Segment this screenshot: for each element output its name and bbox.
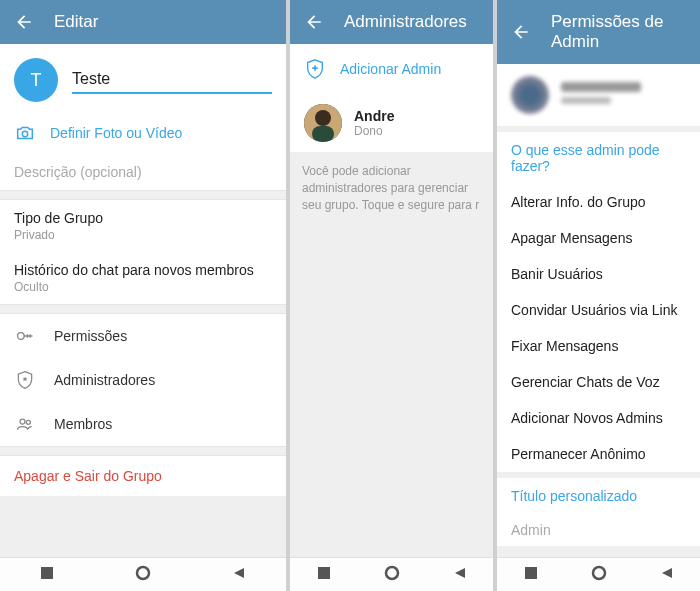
- svg-rect-4: [41, 567, 53, 579]
- people-icon: [14, 413, 36, 435]
- svg-rect-11: [525, 567, 537, 579]
- perm-voice-chats[interactable]: Gerenciar Chats de Voz: [497, 364, 700, 400]
- back-icon[interactable]: [304, 12, 324, 32]
- svg-point-10: [386, 567, 398, 579]
- header-title: Permissões de Admin: [551, 12, 686, 52]
- key-icon: [14, 325, 36, 347]
- chat-history-label: Histórico do chat para novos membros: [14, 262, 272, 278]
- back-icon[interactable]: [14, 12, 34, 32]
- add-admin-label: Adicionar Admin: [340, 61, 441, 77]
- empty-area: [290, 223, 493, 557]
- description-input[interactable]: Descrição (opcional): [0, 154, 286, 190]
- custom-title-input[interactable]: Admin: [497, 514, 700, 546]
- svg-rect-9: [318, 567, 330, 579]
- perm-ban-users[interactable]: Banir Usuários: [497, 256, 700, 292]
- selected-admin-row: [497, 64, 700, 126]
- recent-apps-icon[interactable]: [524, 566, 538, 584]
- android-navbar: [497, 557, 700, 591]
- back-nav-icon[interactable]: [453, 566, 467, 584]
- perm-invite-link[interactable]: Convidar Usuários via Link: [497, 292, 700, 328]
- back-icon[interactable]: [511, 22, 531, 42]
- admin-hint-text: Você pode adicionar administradores para…: [290, 153, 493, 223]
- perm-add-admins[interactable]: Adicionar Novos Admins: [497, 400, 700, 436]
- svg-point-3: [26, 420, 30, 424]
- android-navbar: [0, 557, 286, 591]
- blurred-avatar: [511, 76, 549, 114]
- administrators-row[interactable]: Administradores: [0, 358, 286, 402]
- perm-anonymous[interactable]: Permanecer Anônimo: [497, 436, 700, 472]
- header: Editar: [0, 0, 286, 44]
- home-icon[interactable]: [135, 565, 151, 585]
- members-label: Membros: [54, 416, 112, 432]
- divider: [0, 190, 286, 200]
- divider: [0, 304, 286, 314]
- shield-star-icon: [14, 369, 36, 391]
- divider: [0, 446, 286, 456]
- header: Permissões de Admin: [497, 0, 700, 64]
- header: Administradores: [290, 0, 493, 44]
- svg-point-2: [20, 419, 25, 424]
- permissions-row[interactable]: Permissões: [0, 314, 286, 358]
- back-nav-icon[interactable]: [660, 566, 674, 584]
- recent-apps-icon[interactable]: [40, 566, 54, 584]
- camera-icon: [14, 122, 36, 144]
- home-icon[interactable]: [591, 565, 607, 585]
- svg-rect-8: [312, 126, 334, 142]
- avatar-letter: T: [31, 70, 42, 91]
- blurred-name: [561, 82, 641, 92]
- perm-alter-info[interactable]: Alterar Info. do Grupo: [497, 184, 700, 220]
- add-admin-row[interactable]: Adicionar Admin: [290, 44, 493, 94]
- define-photo-label: Definir Foto ou Vídeo: [50, 125, 182, 141]
- add-admin-icon: [304, 58, 326, 80]
- header-title: Editar: [54, 12, 98, 32]
- chat-history-row[interactable]: Histórico do chat para novos membros Ocu…: [0, 252, 286, 304]
- delete-leave-row[interactable]: Apagar e Sair do Grupo: [0, 456, 286, 496]
- members-row[interactable]: Membros: [0, 402, 286, 446]
- blurred-status: [561, 97, 611, 104]
- svg-point-7: [315, 110, 331, 126]
- group-type-label: Tipo de Grupo: [14, 210, 272, 226]
- perm-pin-messages[interactable]: Fixar Mensagens: [497, 328, 700, 364]
- recent-apps-icon[interactable]: [317, 566, 331, 584]
- user-role: Dono: [354, 124, 394, 138]
- user-name: Andre: [354, 108, 394, 124]
- admin-user-row[interactable]: Andre Dono: [290, 94, 493, 153]
- group-identity-row: T: [0, 44, 286, 112]
- custom-title-label: Título personalizado: [497, 478, 700, 514]
- group-name-input[interactable]: [72, 66, 272, 94]
- group-type-row[interactable]: Tipo de Grupo Privado: [0, 200, 286, 252]
- user-avatar: [304, 104, 342, 142]
- empty-area: [0, 496, 286, 557]
- home-icon[interactable]: [384, 565, 400, 585]
- svg-point-0: [22, 131, 28, 137]
- svg-point-12: [593, 567, 605, 579]
- define-photo-row[interactable]: Definir Foto ou Vídeo: [0, 112, 286, 154]
- perm-delete-messages[interactable]: Apagar Mensagens: [497, 220, 700, 256]
- permissions-label: Permissões: [54, 328, 127, 344]
- back-nav-icon[interactable]: [232, 566, 246, 584]
- chat-history-value: Oculto: [14, 280, 272, 294]
- custom-title-hint: Um título personalizado que será mostrad…: [497, 546, 700, 557]
- svg-point-1: [18, 333, 25, 340]
- svg-point-5: [137, 567, 149, 579]
- android-navbar: [290, 557, 493, 591]
- group-type-value: Privado: [14, 228, 272, 242]
- header-title: Administradores: [344, 12, 467, 32]
- permissions-section-title: O que esse admin pode fazer?: [497, 132, 700, 184]
- administrators-label: Administradores: [54, 372, 155, 388]
- group-avatar[interactable]: T: [14, 58, 58, 102]
